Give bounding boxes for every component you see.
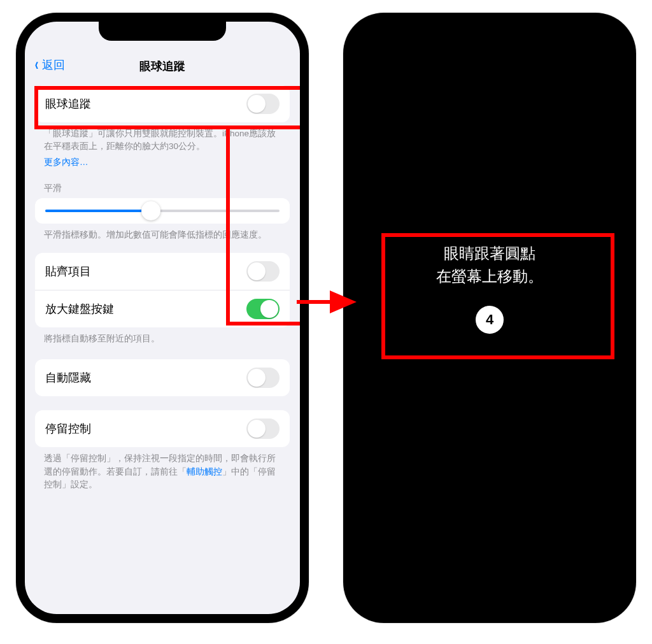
group-snap: 貼齊項目 放大鍵盤按鍵 (35, 253, 290, 327)
assistive-touch-link[interactable]: 輔助觸控 (187, 467, 222, 476)
calibration-screen: 眼睛跟著圓點 在螢幕上移動。 4 (352, 22, 627, 614)
group-dwell: 停留控制 (35, 410, 290, 447)
notch (99, 22, 226, 41)
smoothing-slider-row (35, 198, 290, 224)
row-dwell[interactable]: 停留控制 (35, 410, 290, 447)
settings-screen: ‹ 返回 眼球追蹤 眼球追蹤 「眼球追蹤」可讓你只用雙眼就能控制裝置。iPhon… (25, 22, 300, 614)
group-auto-hide: 自動隱藏 (35, 359, 290, 396)
highlight-box-left (34, 86, 300, 129)
highlight-connector-h (226, 322, 300, 326)
notch (426, 22, 553, 41)
phone-left: ‹ 返回 眼球追蹤 眼球追蹤 「眼球追蹤」可讓你只用雙眼就能控制裝置。iPhon… (16, 13, 309, 623)
row-label: 放大鍵盤按鍵 (45, 301, 114, 317)
smoothing-slider[interactable] (45, 210, 280, 212)
eye-tracking-desc: 「眼球追蹤」可讓你只用雙眼就能控制裝置。iPhone應該放在平穩表面上，距離你的… (44, 127, 281, 154)
arrow-right-icon (330, 290, 357, 313)
row-auto-hide[interactable]: 自動隱藏 (35, 359, 290, 396)
row-label: 貼齊項目 (45, 264, 91, 279)
slider-label: 平滑 (44, 183, 281, 194)
switch-zoom-keyboard[interactable] (246, 299, 280, 319)
switch-dwell[interactable] (246, 419, 280, 439)
phone-right: 眼睛跟著圓點 在螢幕上移動。 4 (343, 13, 636, 623)
highlight-box-right (381, 233, 614, 359)
slider-thumb[interactable] (141, 201, 160, 220)
row-snap[interactable]: 貼齊項目 (35, 253, 290, 290)
more-link[interactable]: 更多內容… (44, 156, 281, 169)
switch-auto-hide[interactable] (246, 368, 280, 388)
slider-desc: 平滑指標移動。增加此數值可能會降低指標的回應速度。 (44, 229, 281, 241)
dwell-desc: 透過「停留控制」，保持注視一段指定的時間，即會執行所選的停留動作。若要自訂，請前… (44, 452, 281, 491)
highlight-connector-v (226, 129, 230, 322)
page-title: 眼球追蹤 (25, 59, 300, 74)
snap-desc: 將指標自動移至附近的項目。 (44, 333, 281, 345)
row-label: 停留控制 (45, 421, 91, 436)
switch-snap[interactable] (246, 261, 280, 282)
annotation-arrow (297, 290, 360, 313)
row-label: 自動隱藏 (45, 370, 91, 385)
